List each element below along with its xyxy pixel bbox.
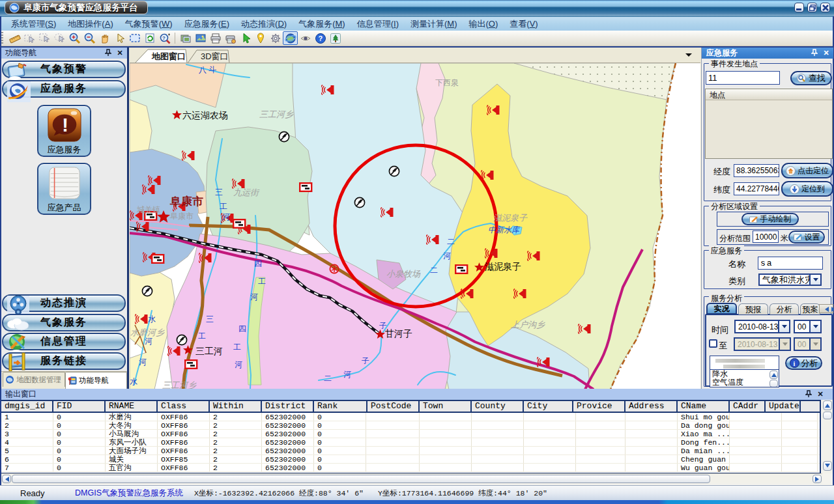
close-output-icon[interactable]: ✕: [816, 390, 825, 399]
search-button[interactable]: 查找: [790, 71, 832, 85]
table-row[interactable]: 2 0 大冬沟 OXFF86 2 652302000 0 Da dong gou: [1, 421, 820, 430]
tab-analysis[interactable]: 分析: [769, 303, 799, 315]
station-circle-icon[interactable]: [388, 165, 400, 180]
table-row[interactable]: 6 0 城关 OXFF85 2 652302000 0 Cheng guan: [1, 455, 820, 464]
menu-item[interactable]: 输出(O): [463, 18, 504, 30]
nav-button-service-links[interactable]: 服务链接: [2, 352, 126, 370]
pin-panel-icon[interactable]: [104, 49, 113, 58]
menu-item[interactable]: 应急服务(E): [179, 18, 235, 30]
pointer-green-icon[interactable]: [238, 31, 253, 45]
help-icon[interactable]: ?: [313, 31, 328, 45]
reservoir-flag-icon[interactable]: [233, 219, 246, 231]
ruler-icon[interactable]: [7, 31, 22, 45]
table-hscroll-thumb[interactable]: [12, 475, 710, 483]
menu-item[interactable]: 地图操作(A): [62, 18, 119, 30]
close-panel-icon[interactable]: ✕: [115, 49, 124, 57]
alert-speaker-icon[interactable]: [481, 169, 495, 184]
analyze-button[interactable]: i 分析: [785, 356, 822, 370]
eye-icon[interactable]: [298, 31, 313, 45]
column-header[interactable]: Town: [420, 401, 472, 412]
locate-button[interactable]: 点击定位: [781, 163, 833, 178]
nav-button-info-management[interactable]: 信息管理: [2, 333, 126, 350]
menu-item[interactable]: 动态推演(D): [235, 18, 293, 30]
map-tab-dropdown-icon[interactable]: [685, 53, 692, 60]
menu-item[interactable]: 气象预警(W): [119, 18, 179, 30]
goto-button[interactable]: 定位到: [781, 181, 833, 197]
hour2-combo-dropdown[interactable]: [809, 339, 820, 350]
export-map-icon[interactable]: [193, 31, 208, 45]
type-combo[interactable]: 气象和洪水灾害: [758, 273, 822, 286]
column-header[interactable]: PostCode: [367, 401, 420, 412]
menu-item[interactable]: 系统管理(S): [5, 18, 62, 30]
reservoir-flag-icon[interactable]: [151, 254, 165, 266]
table-row[interactable]: 1 0 水磨沟 OXFF86 2 652302000 0 Shui mo gou: [1, 413, 820, 421]
pin-right-panel-icon[interactable]: [810, 49, 819, 58]
zoom-out-icon[interactable]: [82, 31, 97, 45]
column-header[interactable]: FID: [53, 401, 106, 412]
tab-3d-window[interactable]: 3D窗口: [188, 49, 229, 63]
layers-icon[interactable]: [178, 31, 193, 45]
column-header[interactable]: Rank: [314, 401, 367, 412]
menu-item[interactable]: 信息管理(I): [351, 18, 405, 30]
table-row[interactable]: 4 0 东风一小队 OXFF86 2 652302000 0 Dong fen.…: [1, 438, 820, 447]
nav-button-weather-warning[interactable]: 气象预警: [2, 61, 126, 78]
column-header[interactable]: County: [472, 401, 524, 412]
column-header[interactable]: Address: [626, 401, 678, 412]
emergency-product-app-button[interactable]: 应急产品: [37, 163, 91, 215]
draw-manually-button[interactable]: 手动绘制: [741, 213, 799, 225]
select-lasso-icon[interactable]: [52, 31, 67, 45]
column-header[interactable]: District: [262, 401, 314, 412]
list-scroll-up[interactable]: [769, 371, 778, 379]
menu-item[interactable]: 气象服务(M): [293, 18, 351, 30]
alert-speaker-icon[interactable]: [485, 247, 498, 262]
location-list[interactable]: 地点: [705, 89, 833, 159]
alert-speaker-icon[interactable]: [142, 184, 156, 198]
type-combo-dropdown[interactable]: [809, 275, 820, 285]
event-search-input[interactable]: 11: [706, 71, 780, 85]
column-header[interactable]: RNAME: [106, 401, 158, 412]
hour-combo[interactable]: 00: [794, 320, 822, 333]
alert-speaker-icon[interactable]: [537, 356, 551, 371]
column-header[interactable]: Class: [158, 401, 210, 412]
globe-tool-icon[interactable]: [283, 31, 298, 45]
list-scroll-thumb[interactable]: [769, 380, 778, 387]
zoom-scale-icon[interactable]: ?: [157, 31, 172, 45]
location-list-header[interactable]: 地点: [706, 89, 832, 100]
alert-speaker-icon[interactable]: [426, 234, 440, 248]
analysis-range-input[interactable]: 10000: [753, 231, 779, 243]
latitude-input[interactable]: 44.22778446: [734, 182, 779, 195]
toolbar-grip[interactable]: [1, 32, 3, 45]
select-icon[interactable]: [22, 31, 37, 45]
station-circle-icon[interactable]: [278, 131, 290, 145]
minimize-button[interactable]: [794, 3, 804, 12]
column-header[interactable]: City: [524, 401, 573, 412]
nav-button-emergency-service[interactable]: 应急服务: [2, 80, 126, 98]
date2-combo-dropdown[interactable]: [779, 339, 790, 350]
tab-plan[interactable]: 预案: [800, 303, 820, 315]
to-checkbox[interactable]: [709, 339, 717, 348]
column-header[interactable]: dmgis_id: [1, 401, 53, 412]
tab-map-window[interactable]: 地图窗口: [135, 49, 187, 63]
column-header[interactable]: Update: [766, 401, 801, 412]
menu-item[interactable]: 查看(V): [504, 18, 543, 30]
tree-icon[interactable]: [328, 31, 343, 45]
reservoir-flag-icon[interactable]: [299, 182, 313, 195]
longitude-input[interactable]: 88.36255063: [734, 164, 779, 177]
printer-color-icon[interactable]: [223, 31, 238, 45]
gear-icon[interactable]: [268, 31, 283, 45]
alert-speaker-icon[interactable]: [135, 313, 149, 328]
date-combo[interactable]: 2010-08-13: [734, 320, 790, 333]
column-header[interactable]: Within: [210, 401, 262, 412]
table-scroll-up[interactable]: [823, 400, 832, 410]
map-canvas[interactable]: 八 斗 六运湖农场 三工河乡 下西泉 九运街 城关镇 阜康市 阜康市 水磨河乡 …: [130, 63, 700, 389]
date-combo-dropdown[interactable]: [778, 321, 789, 332]
alert-speaker-icon[interactable]: [461, 288, 474, 302]
table-row[interactable]: 7 0 五官沟 OXFF86 2 652302000 0 Wu guan gou: [1, 464, 820, 472]
alert-speaker-icon[interactable]: [199, 252, 212, 266]
column-header[interactable]: CName: [678, 401, 730, 412]
element-list[interactable]: 降水 空气温度: [710, 369, 779, 387]
column-header[interactable]: Provice: [573, 401, 626, 412]
table-hscrollbar[interactable]: [1, 473, 822, 484]
tab-forecast[interactable]: 预报: [738, 303, 768, 315]
alert-speaker-icon[interactable]: [527, 250, 541, 264]
